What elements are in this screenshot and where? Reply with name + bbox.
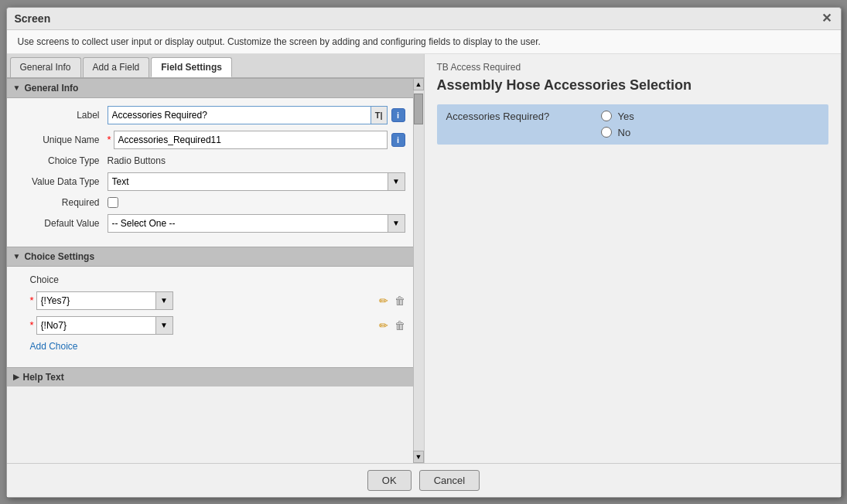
unique-name-row: Unique Name * i	[7, 131, 413, 149]
radio-yes-circle	[601, 111, 612, 121]
choice-item-1: * ▼ ✏ 🗑	[7, 291, 413, 310]
default-value-row: Default Value -- Select One -- ▼	[7, 214, 413, 233]
dialog-body: General Info Add a Field Field Settings …	[7, 54, 841, 463]
default-value-control: -- Select One -- ▼	[108, 214, 405, 233]
add-choice-link[interactable]: Add Choice	[7, 341, 413, 352]
left-body: ▼ General Info Label T|	[7, 78, 424, 463]
value-data-type-arrow[interactable]: ▼	[388, 172, 405, 191]
general-info-header-label: General Info	[24, 83, 78, 94]
left-scroll-content: ▼ General Info Label T|	[7, 78, 413, 463]
choice1-required-star: *	[30, 295, 34, 306]
left-panel: General Info Add a Field Field Settings …	[7, 54, 425, 463]
label-input[interactable]	[108, 106, 371, 124]
ok-button[interactable]: OK	[367, 470, 412, 491]
choice-settings-header-label: Choice Settings	[24, 251, 94, 262]
unique-name-input[interactable]	[114, 131, 388, 149]
cancel-button[interactable]: Cancel	[419, 470, 480, 491]
general-info-content: Label T| i Unique Name	[7, 98, 413, 247]
choice-section-label: Choice	[7, 274, 413, 291]
collapse-triangle-general: ▼	[13, 83, 21, 92]
label-row: Label T| i	[7, 106, 413, 124]
choice1-input[interactable]	[36, 291, 156, 310]
preview-option-yes-label: Yes	[618, 111, 634, 122]
required-checkbox-wrap	[108, 197, 118, 208]
default-value-label: Default Value	[15, 218, 108, 229]
unique-name-label: Unique Name	[15, 135, 108, 145]
choice-settings-content: Choice * ▼ ✏ 🗑	[7, 267, 413, 367]
label-field-label: Label	[15, 110, 108, 121]
choice1-edit-icon[interactable]: ✏	[379, 295, 388, 307]
preview-option-no: No	[601, 127, 634, 138]
dialog-description: Use screens to collect user input or dis…	[7, 30, 841, 54]
choice-type-row: Choice Type Radio Buttons	[7, 155, 413, 166]
required-row: Required	[7, 197, 413, 208]
choice2-required-star: *	[30, 319, 34, 331]
collapse-triangle-choice: ▼	[13, 252, 21, 261]
choice2-input[interactable]	[36, 316, 156, 335]
help-text-section-header: ▶ Help Text	[7, 367, 413, 387]
required-control	[108, 197, 405, 208]
label-input-wrap: T|	[108, 106, 388, 124]
general-info-section-header: ▼ General Info	[7, 78, 413, 98]
unique-name-required-star: *	[108, 134, 111, 145]
label-field-control: T| i	[108, 106, 405, 124]
help-text-header-label: Help Text	[23, 372, 64, 383]
tab-field-settings[interactable]: Field Settings	[151, 57, 232, 77]
scrollbar: ▲ ▼	[413, 78, 424, 463]
choice2-delete-icon[interactable]: 🗑	[394, 319, 405, 332]
value-data-type-row: Value Data Type Text ▼	[7, 172, 413, 191]
radio-no-circle	[601, 127, 612, 138]
choice-item-2: * ▼ ✏ 🗑	[7, 316, 413, 335]
dialog-footer: OK Cancel	[7, 463, 841, 497]
value-data-type-control: Text ▼	[108, 172, 405, 191]
choice-settings-section-header: ▼ Choice Settings	[7, 247, 413, 267]
dialog-title: Screen	[15, 12, 51, 25]
label-format-button[interactable]: T|	[371, 106, 388, 124]
choice2-actions: ✏ 🗑	[379, 319, 405, 332]
tab-bar: General Info Add a Field Field Settings	[7, 54, 424, 78]
preview-screen-title: Assembly Hose Accessories Selection	[437, 77, 828, 94]
default-value-arrow[interactable]: ▼	[388, 214, 405, 233]
preview-options: Yes No	[601, 111, 634, 138]
scroll-up-button[interactable]: ▲	[413, 78, 424, 90]
scroll-down-button[interactable]: ▼	[413, 451, 424, 463]
value-data-type-select-wrap: Text ▼	[108, 172, 405, 191]
tab-general-info[interactable]: General Info	[10, 57, 81, 77]
choice1-actions: ✏ 🗑	[379, 295, 405, 307]
right-panel: TB Access Required Assembly Hose Accesso…	[425, 54, 841, 463]
default-value-select-wrap: -- Select One -- ▼	[108, 214, 405, 233]
required-label: Required	[15, 197, 108, 208]
required-checkbox[interactable]	[108, 197, 118, 208]
preview-field-row: Accessories Required? Yes No	[437, 104, 828, 145]
preview-access-label: TB Access Required	[437, 62, 828, 73]
preview-option-yes: Yes	[601, 111, 634, 122]
unique-name-wrap	[114, 131, 388, 149]
value-data-type-label: Value Data Type	[15, 176, 108, 187]
default-value-select[interactable]: -- Select One --	[108, 214, 388, 233]
tab-add-a-field[interactable]: Add a Field	[83, 57, 150, 77]
dialog-titlebar: Screen ✕	[7, 8, 841, 30]
choice2-edit-icon[interactable]: ✏	[379, 319, 388, 332]
choice2-arrow[interactable]: ▼	[156, 316, 173, 335]
preview-option-no-label: No	[618, 127, 631, 138]
preview-field-label: Accessories Required?	[446, 111, 601, 122]
choice1-delete-icon[interactable]: 🗑	[394, 295, 405, 307]
choice-type-label: Choice Type	[15, 155, 108, 166]
collapse-triangle-help: ▶	[13, 373, 19, 381]
choice-type-control: Radio Buttons	[108, 155, 405, 166]
unique-name-control: * i	[108, 131, 405, 149]
dialog: Screen ✕ Use screens to collect user inp…	[6, 7, 842, 498]
close-button[interactable]: ✕	[820, 12, 833, 25]
label-info-button[interactable]: i	[391, 108, 405, 122]
scroll-thumb[interactable]	[414, 94, 423, 124]
unique-name-info-button[interactable]: i	[391, 133, 405, 147]
choice-type-value: Radio Buttons	[108, 155, 166, 166]
value-data-type-select[interactable]: Text	[108, 172, 388, 191]
choice1-arrow[interactable]: ▼	[156, 291, 173, 310]
